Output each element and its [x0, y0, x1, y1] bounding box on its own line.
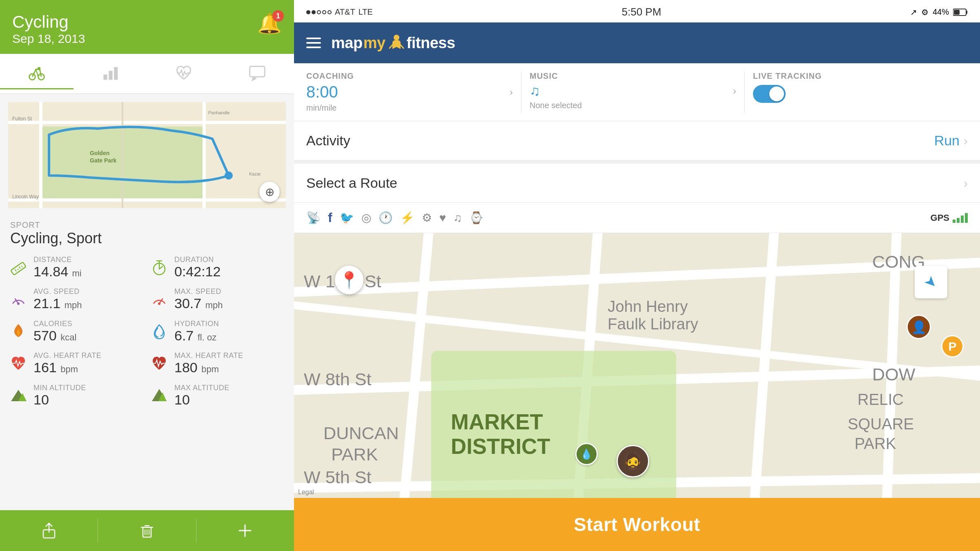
parking-p: P: [948, 340, 956, 353]
svg-text:Lincoln Way: Lincoln Way: [12, 194, 39, 200]
logo-person-icon: my: [363, 34, 385, 52]
route-chevron: ›: [964, 176, 968, 190]
coaching-chevron: ›: [510, 87, 513, 98]
watch-icon[interactable]: ⌚: [469, 211, 483, 224]
avg-hr-text: AVG. HEART RATE 161 bpm: [33, 351, 101, 375]
bolt-icon[interactable]: ⚡: [400, 211, 414, 224]
notification-bell[interactable]: 🔔 1: [257, 12, 282, 37]
tab-bike[interactable]: [0, 58, 74, 89]
duration-label: DURATION: [174, 256, 220, 264]
music-note-icon: ♫: [530, 83, 540, 99]
water-icon: [149, 321, 169, 342]
activity-label: Activity: [306, 133, 934, 149]
hamburger-button[interactable]: [306, 38, 321, 48]
max-alt-label: MAX ALTITUDE: [174, 384, 229, 392]
legal-text: Legal: [298, 489, 314, 496]
max-hr-text: MAX. HEART RATE 180 bpm: [174, 351, 243, 375]
toggle-knob: [769, 87, 784, 101]
max-hr-label: MAX. HEART RATE: [174, 351, 243, 360]
hamburger-line-1: [306, 38, 321, 39]
status-bar: AT&T LTE 5:50 PM ↗ ⚙ 44%: [294, 0, 980, 22]
svg-rect-5: [109, 71, 112, 80]
live-tracking-toggle[interactable]: [753, 85, 786, 103]
sport-label: SPORT: [10, 220, 284, 230]
music-setting[interactable]: MUSIC ♫ › None selected: [521, 71, 745, 113]
svg-text:Panhandle: Panhandle: [208, 110, 230, 115]
right-panel: AT&T LTE 5:50 PM ↗ ⚙ 44%: [294, 0, 980, 551]
twitter-icon[interactable]: 🐦: [340, 211, 354, 224]
avg-speed-label: AVG. SPEED: [33, 287, 82, 296]
svg-line-25: [19, 267, 20, 269]
min-alt-value: 10: [33, 392, 86, 407]
sport-section: SPORT Cycling, Sport: [0, 216, 294, 249]
gps-indicator: GPS: [931, 213, 968, 223]
gps-bars: [953, 213, 968, 223]
user-circle-brown: 👤: [906, 315, 931, 339]
stat-max-alt: MAX ALTITUDE 10: [149, 381, 286, 410]
logo-text-map: map: [331, 34, 363, 52]
share-button[interactable]: [0, 510, 98, 551]
start-workout-button[interactable]: Start Workout: [294, 498, 980, 551]
gps-bar-3: [961, 216, 964, 223]
max-speed-value: 30.7 mph: [174, 296, 223, 311]
user-avatar-large: 🧔: [617, 445, 649, 478]
workout-map: Golden Gate Park Fulton St Lincoln Way P…: [8, 102, 286, 208]
toggle-container: [753, 85, 960, 103]
podcast-icon[interactable]: 📡: [306, 211, 321, 224]
distance-text: DISTANCE 14.84 mi: [33, 256, 82, 279]
stopwatch-icon: [149, 257, 169, 278]
music-social-icon[interactable]: ♫: [453, 211, 462, 224]
signal-dot-1: [306, 10, 310, 14]
facebook-icon[interactable]: f: [328, 210, 332, 225]
add-button[interactable]: [196, 510, 294, 551]
map-svg: Golden Gate Park Fulton St Lincoln Way P…: [8, 102, 286, 208]
mountain-max-icon: [149, 385, 169, 406]
stat-max-hr: MAX. HEART RATE 180 bpm: [149, 349, 286, 378]
calories-text: CALORIES 570 kcal: [33, 320, 76, 343]
distance-value: 14.84 mi: [33, 264, 82, 279]
beard-person-icon: 🧔: [623, 452, 642, 470]
person-icon: 👤: [911, 320, 927, 334]
speedometer-icon: [8, 289, 29, 310]
workout-title: Cycling: [12, 12, 85, 32]
music-label: MUSIC: [530, 71, 736, 81]
app-logo: map my fitness: [331, 33, 455, 53]
zoom-button[interactable]: ⊕: [259, 182, 280, 202]
activity-row[interactable]: Activity Run ›: [294, 121, 980, 160]
activity-chevron: ›: [964, 134, 968, 148]
svg-rect-4: [104, 75, 107, 80]
target-icon[interactable]: ◎: [361, 211, 371, 224]
hamburger-line-3: [306, 47, 321, 48]
left-tabs: [0, 54, 294, 94]
gear-icon[interactable]: ⚙: [422, 211, 432, 224]
gps-bar-1: [953, 220, 956, 223]
max-alt-text: MAX ALTITUDE 10: [174, 384, 229, 407]
svg-rect-6: [114, 67, 118, 80]
clock-icon[interactable]: 🕐: [379, 211, 393, 224]
route-row[interactable]: Select a Route ›: [294, 164, 980, 203]
min-alt-text: MIN ALTITUDE 10: [33, 384, 86, 407]
speedometer-max-icon: [149, 289, 169, 310]
svg-text:PARK: PARK: [855, 435, 896, 452]
live-tracking-setting[interactable]: LIVE TRACKING: [745, 71, 968, 113]
tab-chat[interactable]: [220, 58, 294, 89]
coaching-setting[interactable]: COACHING 8:00 › min/mile: [306, 71, 521, 113]
live-tracking-label: LIVE TRACKING: [753, 71, 960, 81]
svg-rect-22: [11, 262, 26, 275]
tab-health[interactable]: [147, 58, 220, 89]
delete-button[interactable]: [98, 510, 196, 551]
location-pin[interactable]: 📍: [335, 266, 363, 294]
svg-point-33: [17, 302, 20, 305]
parking-icon: P: [941, 335, 964, 358]
signal-indicator: [306, 10, 332, 14]
tab-stats[interactable]: [74, 58, 147, 89]
heart-icon: [8, 353, 29, 373]
heart-social-icon[interactable]: ♥: [439, 211, 446, 224]
svg-text:DUNCAN: DUNCAN: [323, 423, 399, 443]
logo-text-fitness: fitness: [407, 34, 455, 52]
svg-text:PARK: PARK: [331, 444, 378, 464]
sport-value: Cycling, Sport: [10, 230, 284, 247]
navigation-button[interactable]: ➤: [915, 266, 947, 298]
avg-hr-label: AVG. HEART RATE: [33, 351, 101, 360]
svg-text:SQUARE: SQUARE: [848, 415, 914, 433]
